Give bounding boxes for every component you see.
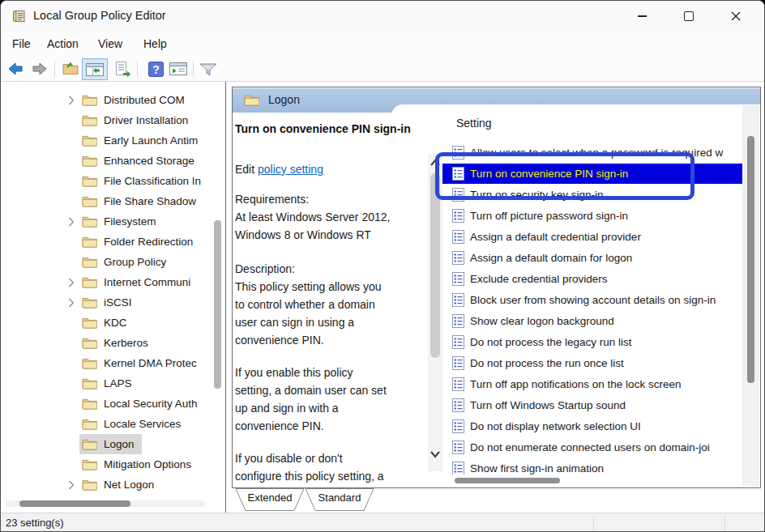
- chevron-right-icon[interactable]: [68, 278, 75, 287]
- folder-icon: [82, 317, 97, 329]
- status-divider: [593, 517, 594, 531]
- tree-item-early-launch[interactable]: Early Launch Antim: [1, 130, 212, 151]
- tree-item-file-share-shadow[interactable]: File Share Shadow: [1, 191, 212, 211]
- tree-horizontal-scrollbar-thumb[interactable]: [19, 500, 130, 507]
- toolbar: ?: [1, 56, 764, 82]
- policy-icon: [452, 230, 464, 244]
- status-divider: [724, 517, 725, 531]
- tree-item-distributed-com[interactable]: Distributed COM: [1, 90, 212, 110]
- setting-row-turn-on-convenience-pin[interactable]: Turn on convenience PIN sign-in: [442, 164, 742, 184]
- tree-item-iscsi[interactable]: iSCSI: [1, 292, 212, 313]
- window-title: Local Group Policy Editor: [33, 9, 166, 22]
- help-button[interactable]: ?: [145, 58, 166, 79]
- folder-icon: [82, 134, 97, 147]
- menu-file[interactable]: File: [9, 35, 34, 53]
- chevron-right-icon[interactable]: [68, 217, 75, 227]
- folder-icon: [82, 438, 97, 450]
- tree-item-folder-redirection[interactable]: Folder Redirection: [1, 232, 212, 252]
- show-properties-button[interactable]: [168, 58, 189, 79]
- list-vertical-scrollbar-thumb[interactable]: [747, 136, 754, 383]
- toolbar-separator: [193, 61, 194, 77]
- setting-row-default-credential-provider[interactable]: Assign a default credential provider: [442, 227, 742, 247]
- svg-text:?: ?: [152, 62, 160, 75]
- policy-icon: [452, 293, 464, 307]
- console-tree-icon: [85, 62, 105, 78]
- setting-row-enumerate-connected-users[interactable]: Do not enumerate connected users on doma…: [442, 437, 742, 458]
- gpo-scroll-icon: [12, 9, 27, 23]
- policy-icon: [452, 188, 464, 202]
- tree-item-mitigation-options[interactable]: Mitigation Options: [1, 454, 212, 475]
- setting-row-run-once-list[interactable]: Do not process the run once list: [442, 353, 742, 373]
- selected-setting-title: Turn on convenience PIN sign-in: [235, 122, 411, 135]
- tree-item-laps[interactable]: LAPS: [1, 373, 212, 394]
- tree-item-local-security[interactable]: Local Security Auth: [1, 394, 212, 414]
- tree-item-group-policy[interactable]: Group Policy: [1, 252, 212, 272]
- folder-icon: [82, 337, 97, 349]
- maximize-button[interactable]: [665, 1, 712, 32]
- tree-item-internet-comm[interactable]: Internet Communi: [1, 272, 212, 292]
- setting-row-exclude-credential-providers[interactable]: Exclude credential providers: [442, 269, 742, 289]
- export-list-button[interactable]: [112, 58, 133, 79]
- setting-row-lock-screen-notifications[interactable]: Turn off app notifications on the lock s…: [442, 374, 742, 394]
- setting-row-legacy-run-list[interactable]: Do not process the legacy run list: [442, 332, 742, 352]
- toolbar-separator: [137, 61, 138, 77]
- folder-icon: [82, 398, 97, 410]
- tree-item-locale-services[interactable]: Locale Services: [1, 414, 212, 434]
- forward-button[interactable]: [29, 58, 50, 79]
- folder-icon: [82, 458, 97, 470]
- folder-icon: [82, 479, 97, 491]
- chevron-right-icon[interactable]: [68, 96, 75, 105]
- tree-item-logon[interactable]: Logon: [1, 434, 212, 454]
- policy-icon: [452, 335, 464, 349]
- tree-item-kdc[interactable]: KDC: [1, 313, 212, 333]
- tree-vertical-scrollbar-thumb[interactable]: [214, 220, 221, 389]
- chevron-right-icon[interactable]: [68, 480, 75, 490]
- tree-item-filesystem[interactable]: Filesystem: [1, 211, 212, 232]
- toggle-console-tree-button[interactable]: [82, 58, 108, 80]
- setting-row-startup-sound[interactable]: Turn off Windows Startup sound: [442, 395, 742, 415]
- filter-button[interactable]: [198, 58, 219, 79]
- description-text: Description: This policy setting allows …: [235, 260, 431, 349]
- minimize-button[interactable]: [618, 1, 665, 32]
- setting-row-block-account-details[interactable]: Block user from showing account details …: [442, 290, 742, 310]
- tab-standard[interactable]: Standard: [314, 492, 365, 504]
- tree-item-enhanced-storage[interactable]: Enhanced Storage: [1, 151, 212, 171]
- menu-view[interactable]: View: [95, 35, 126, 53]
- tree-item-kernel-dma[interactable]: Kernel DMA Protec: [1, 353, 212, 373]
- setting-row-picture-password[interactable]: Turn off picture password sign-in: [442, 206, 742, 226]
- category-title: Logon: [268, 93, 300, 106]
- policy-setting-link[interactable]: policy setting: [258, 163, 323, 176]
- scroll-up-icon[interactable]: [430, 159, 440, 167]
- menu-action[interactable]: Action: [44, 35, 82, 53]
- policy-icon: [452, 146, 464, 160]
- folder-icon: [82, 215, 97, 228]
- tab-extended[interactable]: Extended: [245, 492, 295, 504]
- up-one-level-button[interactable]: [60, 58, 81, 79]
- folder-icon: [82, 377, 97, 389]
- screenshot-stage: Local Group Policy Editor File Action Vi…: [0, 0, 765, 532]
- tree-item-file-classification[interactable]: File Classification In: [1, 171, 212, 191]
- settings-list-card-corner: [391, 104, 760, 137]
- back-button[interactable]: [5, 58, 26, 79]
- setting-row-first-sign-in-animation[interactable]: Show first sign-in animation: [442, 458, 742, 475]
- edit-policy-line: Edit policy setting: [235, 163, 323, 176]
- close-button[interactable]: [712, 1, 759, 32]
- setting-row-network-selection-ui[interactable]: Do not display network selection UI: [442, 416, 742, 436]
- menu-bar: File Action View Help: [1, 32, 764, 56]
- setting-row-security-key[interactable]: Turn on security key sign-in: [442, 185, 742, 205]
- tree-item-driver-installation[interactable]: Driver Installation: [1, 110, 212, 130]
- detail-scrollbar-thumb[interactable]: [430, 173, 440, 358]
- column-header-setting[interactable]: Setting: [456, 117, 492, 130]
- up-folder-icon: [62, 60, 79, 78]
- maximize-icon: [684, 11, 694, 21]
- list-horizontal-scrollbar-thumb[interactable]: [455, 478, 560, 483]
- setting-row-default-domain[interactable]: Assign a default domain for logon: [442, 248, 742, 268]
- menu-help[interactable]: Help: [140, 35, 170, 53]
- setting-row-clear-logon-background[interactable]: Show clear logon background: [442, 311, 742, 331]
- scroll-down-icon[interactable]: [430, 450, 440, 458]
- console-tree-panel: Distributed COM Driver Installation Earl…: [1, 82, 226, 513]
- tree-item-kerberos[interactable]: Kerberos: [1, 333, 212, 353]
- tree-item-net-logon[interactable]: Net Logon: [1, 475, 212, 495]
- setting-row-allow-password-select[interactable]: Allow users to select when a password is…: [442, 143, 742, 163]
- chevron-right-icon[interactable]: [68, 298, 75, 308]
